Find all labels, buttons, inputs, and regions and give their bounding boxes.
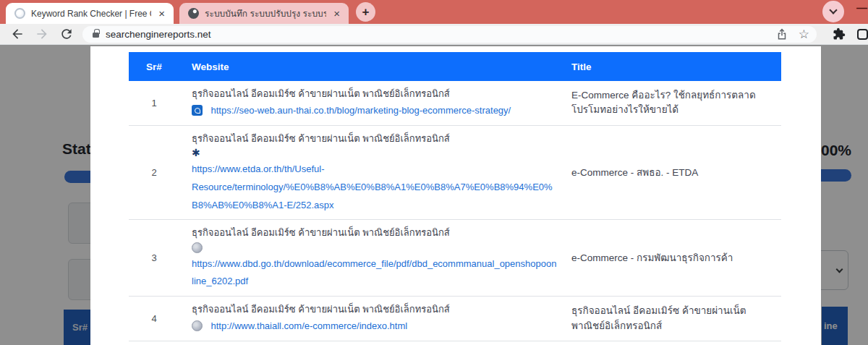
lock-icon[interactable] [93, 33, 99, 38]
back-icon[interactable] [10, 27, 25, 41]
table-row: 2 ธุรกิจออนไลน์ อีคอมเมิร์ซ ค้าขายผ่านเน… [129, 126, 781, 221]
tab-title: Keyword Rank Checker | Free Go [31, 9, 151, 19]
minimize-button[interactable]: — [856, 1, 867, 14]
row-title-cell: e-Commerce - สพธอ. - ETDA [564, 126, 781, 220]
row-sr: 2 [129, 126, 179, 220]
row-sr: 5 [129, 341, 179, 345]
row-keyword: ธุรกิจออนไลน์ อีคอมเมิร์ซ ค้าขายผ่านเน็ต… [192, 87, 557, 101]
column-header-sr: Sr# [129, 61, 179, 72]
profile-avatar-icon[interactable] [857, 29, 868, 40]
row-link-line: https://www.dbd.go.th/download/ecommerce… [192, 241, 557, 291]
row-keyword: ธุรกิจออนไลน์ อีคอมเมิร์ซ ค้าขายผ่านเน็ต… [192, 302, 557, 317]
table-row: 5 ธุรกิจออนไลน์ อีคอมเมิร์ซ ค้าขายผ่านเน… [129, 341, 781, 345]
globe-favicon-icon [188, 8, 199, 19]
column-header-website: Website [179, 61, 564, 72]
row-link-line: https://seo-web.aun-thai.co.th/blog/mark… [192, 101, 557, 119]
row-sr: 4 [129, 297, 179, 341]
row-keyword: ธุรกิจออนไลน์ อีคอมเมิร์ซ ค้าขายผ่านเน็ต… [192, 132, 557, 146]
row-title-cell: E-Commerce คืออะไร? ใช้กลยุทธ์การตลาดโปร… [564, 81, 781, 125]
forward-icon[interactable] [35, 27, 49, 41]
result-url-link[interactable]: http://www.thaiall.com/e-commerce/indexo… [210, 320, 407, 331]
row-keyword: ธุรกิจออนไลน์ อีคอมเมิร์ซ ค้าขายผ่านเน็ต… [192, 226, 557, 240]
page-content: Stat 00% Sr# ine Sr# Website Title [0, 45, 868, 345]
row-website-cell: ธุรกิจออนไลน์ อีคอมเมิร์ซ ค้าขายผ่านเน็ต… [179, 341, 564, 345]
row-title-cell: ธุรกิจออนไลน์ อีคอมเมิร์ซ ค้าขายผ่านเน็ต… [564, 297, 781, 341]
tab-strip: Keyword Rank Checker | Free Go × ระบบบัน… [0, 0, 868, 24]
row-link-line: http://www.thaiall.com/e-commerce/indexo… [192, 317, 557, 335]
results-modal: Sr# Website Title 1 ธุรกิจออนไลน์ อีคอมเ… [90, 46, 821, 345]
reload-icon[interactable] [59, 27, 74, 41]
row-link-line: ✱ https://www.etda.or.th/th/Useful-Resou… [192, 146, 557, 213]
row-sr: 1 [129, 81, 179, 125]
column-header-title: Title [564, 61, 781, 72]
searchenginereports-favicon-icon [14, 8, 25, 19]
row-title-cell: E-commerce คืออะไร? เจาะลึกความหมาย และโ… [564, 341, 781, 345]
close-tab-icon[interactable]: × [157, 8, 166, 19]
tab-title: ระบบบันทึก ระบบปรับปรุง ระบบรายงาน [205, 7, 326, 20]
result-url-link[interactable]: https://www.dbd.go.th/download/ecommerce… [192, 258, 556, 287]
aun-thai-favicon-icon [192, 105, 203, 116]
table-header-row: Sr# Website Title [129, 52, 781, 81]
table-row: 1 ธุรกิจออนไลน์ อีคอมเมิร์ซ ค้าขายผ่านเน… [129, 81, 781, 126]
tab-thai-system[interactable]: ระบบบันทึก ระบบปรับปรุง ระบบรายงาน × [179, 3, 349, 24]
tab-search-button[interactable] [822, 1, 844, 22]
tab-keyword-rank-checker[interactable]: Keyword Rank Checker | Free Go × [6, 3, 174, 24]
etda-favicon-icon: ✱ [192, 148, 557, 158]
bookmark-star-icon[interactable]: ☆ [799, 28, 809, 41]
browser-toolbar: searchenginereports.net ☆ [0, 24, 868, 45]
address-bar[interactable]: searchenginereports.net ☆ [82, 26, 817, 43]
browser-window: Keyword Rank Checker | Free Go × ระบบบัน… [0, 0, 868, 345]
table-row: 3 ธุรกิจออนไลน์ อีคอมเมิร์ซ ค้าขายผ่านเน… [129, 220, 781, 297]
close-tab-icon[interactable]: × [332, 8, 341, 19]
share-icon[interactable] [775, 27, 788, 41]
dbd-globe-favicon-icon [192, 242, 203, 253]
row-website-cell: ธุรกิจออนไลน์ อีคอมเมิร์ซ ค้าขายผ่านเน็ต… [179, 81, 564, 125]
row-title-cell: e-Commerce - กรมพัฒนาธุรกิจการค้า [564, 220, 781, 296]
chevron-down-icon [829, 6, 837, 14]
row-website-cell: ธุรกิจออนไลน์ อีคอมเมิร์ซ ค้าขายผ่านเน็ต… [179, 220, 564, 296]
results-table: Sr# Website Title 1 ธุรกิจออนไลน์ อีคอมเ… [129, 52, 781, 345]
result-url-link[interactable]: https://www.etda.or.th/th/Useful-Resourc… [192, 163, 553, 210]
new-tab-button[interactable]: + [356, 2, 375, 22]
result-url-link[interactable]: https://seo-web.aun-thai.co.th/blog/mark… [210, 105, 511, 116]
extensions-puzzle-icon[interactable] [833, 27, 846, 41]
url-text[interactable]: searchenginereports.net [106, 29, 765, 40]
row-website-cell: ธุรกิจออนไลน์ อีคอมเมิร์ซ ค้าขายผ่านเน็ต… [179, 297, 564, 341]
table-row: 4 ธุรกิจออนไลน์ อีคอมเมิร์ซ ค้าขายผ่านเน… [129, 297, 781, 341]
row-website-cell: ธุรกิจออนไลน์ อีคอมเมิร์ซ ค้าขายผ่านเน็ต… [179, 126, 564, 220]
row-sr: 3 [129, 220, 179, 296]
thaiall-globe-favicon-icon [192, 320, 203, 331]
